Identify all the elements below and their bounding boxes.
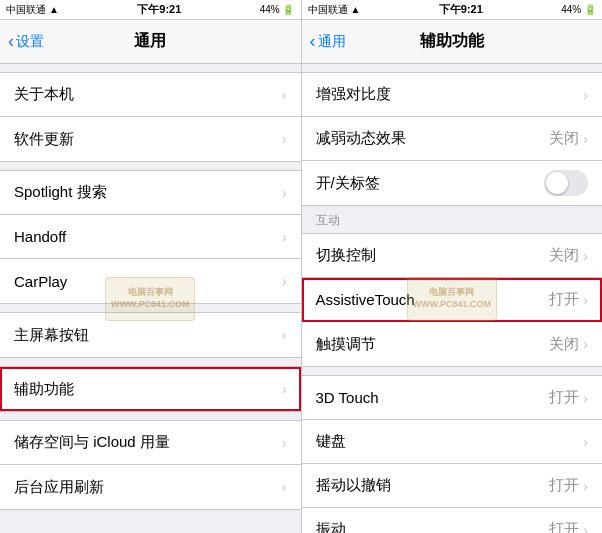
list-item-accessibility[interactable]: 辅助功能 › xyxy=(0,367,301,411)
right-content: 增强对比度 › 减弱动态效果 关闭 › 开/关标签 xyxy=(302,64,603,533)
right-carrier-label: 中国联通 xyxy=(308,3,348,17)
list-item-storage[interactable]: 储存空间与 iCloud 用量 › xyxy=(0,421,301,465)
right-battery: 44% 🔋 xyxy=(561,4,596,15)
chevron-icon: › xyxy=(583,434,588,450)
wifi-icon: ▲ xyxy=(49,4,59,15)
list-item-vibration[interactable]: 振动 打开 › xyxy=(302,508,603,533)
list-item-reduce-motion[interactable]: 减弱动态效果 关闭 › xyxy=(302,117,603,161)
right-panel: 中国联通 ▲ 下午9:21 44% 🔋 ‹ 通用 辅助功能 xyxy=(302,0,603,533)
list-item-home-button[interactable]: 主屏幕按钮 › xyxy=(0,313,301,357)
status-right: 44% 🔋 xyxy=(260,4,295,15)
list-item-3d-touch[interactable]: 3D Touch 打开 › xyxy=(302,376,603,420)
chevron-icon: › xyxy=(282,327,287,343)
right-group-2: 切换控制 关闭 › AssistiveTouch 打开 › 触摸调节 xyxy=(302,233,603,367)
left-group-3: 主屏幕按钮 › xyxy=(0,312,301,358)
chevron-icon: › xyxy=(583,248,588,264)
back-arrow-icon: ‹ xyxy=(8,31,14,52)
chevron-icon: › xyxy=(282,273,287,289)
status-left: 中国联通 ▲ xyxy=(6,3,59,17)
list-item-software[interactable]: 软件更新 › xyxy=(0,117,301,161)
right-back-arrow-icon: ‹ xyxy=(310,31,316,52)
toggle-knob xyxy=(546,172,568,194)
left-group-2: Spotlight 搜索 › Handoff › CarPlay › xyxy=(0,170,301,304)
left-group-5: 储存空间与 iCloud 用量 › 后台应用刷新 › xyxy=(0,420,301,510)
right-group-1: 增强对比度 › 减弱动态效果 关闭 › 开/关标签 xyxy=(302,72,603,206)
list-item-touch-accommodations[interactable]: 触摸调节 关闭 › xyxy=(302,322,603,366)
right-group-3: 3D Touch 打开 › 键盘 › 摇动以撤销 打开 › xyxy=(302,375,603,533)
list-item-background-refresh[interactable]: 后台应用刷新 › xyxy=(0,465,301,509)
chevron-icon: › xyxy=(282,131,287,147)
chevron-icon: › xyxy=(282,381,287,397)
right-nav-title: 辅助功能 xyxy=(420,31,484,52)
left-content: 关于本机 › 软件更新 › Spotlight 搜索 › xyxy=(0,64,301,533)
chevron-icon: › xyxy=(583,87,588,103)
chevron-icon: › xyxy=(583,292,588,308)
left-nav-back[interactable]: ‹ 设置 xyxy=(8,31,44,52)
left-status-bar: 中国联通 ▲ 下午9:21 44% 🔋 xyxy=(0,0,301,20)
list-item-shake-undo[interactable]: 摇动以撤销 打开 › xyxy=(302,464,603,508)
chevron-icon: › xyxy=(282,87,287,103)
chevron-icon: › xyxy=(282,185,287,201)
chevron-icon: › xyxy=(282,479,287,495)
chevron-icon: › xyxy=(583,522,588,534)
carrier-label: 中国联通 xyxy=(6,3,46,17)
list-item-about[interactable]: 关于本机 › xyxy=(0,73,301,117)
right-nav-back[interactable]: ‹ 通用 xyxy=(310,31,346,52)
left-group-4: 辅助功能 › xyxy=(0,366,301,412)
back-label: 设置 xyxy=(16,33,44,51)
list-item-contrast[interactable]: 增强对比度 › xyxy=(302,73,603,117)
list-item-handoff[interactable]: Handoff › xyxy=(0,215,301,259)
right-status-time: 下午9:21 xyxy=(439,2,483,17)
list-item-keyboard[interactable]: 键盘 › xyxy=(302,420,603,464)
chevron-icon: › xyxy=(583,390,588,406)
interaction-section-header: 互动 xyxy=(302,206,603,231)
right-status-left: 中国联通 ▲ xyxy=(308,3,361,17)
right-wifi-icon: ▲ xyxy=(351,4,361,15)
list-item-on-off-labels[interactable]: 开/关标签 xyxy=(302,161,603,205)
chevron-icon: › xyxy=(583,336,588,352)
left-group-1: 关于本机 › 软件更新 › xyxy=(0,72,301,162)
right-back-label: 通用 xyxy=(318,33,346,51)
status-time: 下午9:21 xyxy=(137,2,181,17)
list-item-carplay[interactable]: CarPlay › xyxy=(0,259,301,303)
chevron-icon: › xyxy=(282,229,287,245)
on-off-labels-toggle[interactable] xyxy=(544,170,588,196)
right-status-bar: 中国联通 ▲ 下午9:21 44% 🔋 xyxy=(302,0,603,20)
right-nav-bar: ‹ 通用 辅助功能 xyxy=(302,20,603,64)
battery-label: 44% 🔋 xyxy=(260,4,295,15)
list-item-spotlight[interactable]: Spotlight 搜索 › xyxy=(0,171,301,215)
list-item-assistive-touch[interactable]: AssistiveTouch 打开 › xyxy=(302,278,603,322)
left-panel: 中国联通 ▲ 下午9:21 44% 🔋 ‹ 设置 通用 xyxy=(0,0,302,533)
chevron-icon: › xyxy=(583,131,588,147)
chevron-icon: › xyxy=(282,435,287,451)
right-status-right: 44% 🔋 xyxy=(561,4,596,15)
left-nav-title: 通用 xyxy=(134,31,166,52)
chevron-icon: › xyxy=(583,478,588,494)
list-item-switch-control[interactable]: 切换控制 关闭 › xyxy=(302,234,603,278)
left-nav-bar: ‹ 设置 通用 xyxy=(0,20,301,64)
